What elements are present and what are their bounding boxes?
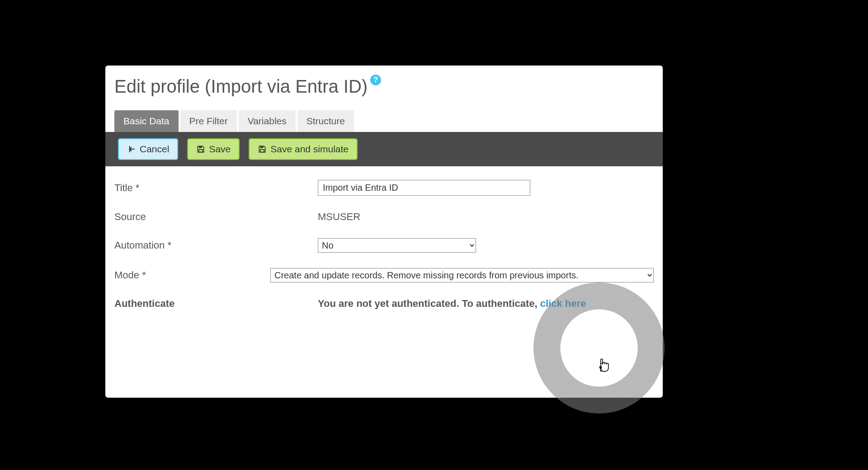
authenticate-label: Authenticate xyxy=(114,298,318,310)
svg-rect-0 xyxy=(199,146,202,148)
action-toolbar: Cancel Save Save and simulate xyxy=(105,132,663,166)
source-label: Source xyxy=(114,211,318,223)
save-button[interactable]: Save xyxy=(187,138,240,160)
save-simulate-button[interactable]: Save and simulate xyxy=(249,138,358,160)
svg-rect-1 xyxy=(199,150,203,152)
page-title: Edit profile (Import via Entra ID) ? xyxy=(105,66,663,101)
svg-rect-2 xyxy=(260,146,264,148)
back-arrow-icon xyxy=(127,145,136,154)
page-title-text: Edit profile (Import via Entra ID) xyxy=(114,76,368,97)
authenticate-text: You are not yet authenticated. To authen… xyxy=(318,298,540,309)
save-button-label: Save xyxy=(209,144,231,155)
title-label: Title * xyxy=(114,182,318,194)
row-automation: Automation * No xyxy=(114,238,654,253)
automation-select[interactable]: No xyxy=(318,238,476,253)
tab-basic-data[interactable]: Basic Data xyxy=(114,110,179,132)
tab-structure[interactable]: Structure xyxy=(297,110,354,132)
authenticate-message: You are not yet authenticated. To authen… xyxy=(318,298,586,310)
tab-bar: Basic Data Pre Filter Variables Structur… xyxy=(105,101,663,132)
automation-label: Automation * xyxy=(114,240,318,251)
row-mode: Mode * Create and update records. Remove… xyxy=(114,268,654,282)
cancel-button-label: Cancel xyxy=(140,144,169,155)
mode-label: Mode * xyxy=(114,269,270,281)
tab-pre-filter[interactable]: Pre Filter xyxy=(180,110,237,132)
save-icon xyxy=(258,145,267,154)
authenticate-link[interactable]: click here xyxy=(540,298,586,309)
tab-variables[interactable]: Variables xyxy=(239,110,296,132)
title-input[interactable] xyxy=(318,180,530,196)
cancel-button[interactable]: Cancel xyxy=(118,138,178,160)
svg-rect-3 xyxy=(260,150,264,152)
form-area: Title * Source MSUSER Automation * No Mo… xyxy=(105,166,663,338)
source-value: MSUSER xyxy=(318,211,360,223)
row-title: Title * xyxy=(114,180,654,196)
save-simulate-button-label: Save and simulate xyxy=(270,144,349,155)
mode-select[interactable]: Create and update records. Remove missin… xyxy=(270,268,654,282)
row-authenticate: Authenticate You are not yet authenticat… xyxy=(114,298,654,310)
help-icon[interactable]: ? xyxy=(370,75,381,85)
save-icon xyxy=(196,145,205,154)
edit-profile-panel: Edit profile (Import via Entra ID) ? Bas… xyxy=(105,66,663,398)
row-source: Source MSUSER xyxy=(114,211,654,223)
